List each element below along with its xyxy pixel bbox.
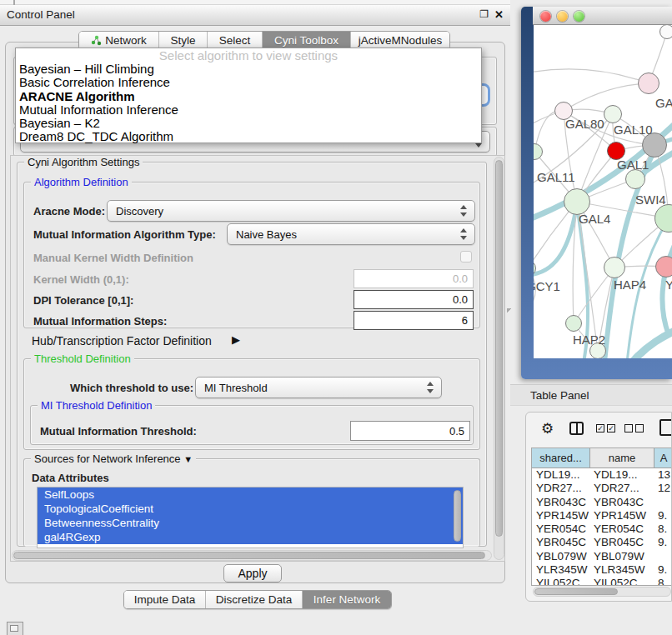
which-threshold-combo[interactable]: MI Threshold [195,377,442,398]
graph-node-swi4[interactable] [625,169,645,189]
tab-discretize-data[interactable]: Discretize Data [206,591,303,608]
cell-value: 13 [654,468,672,482]
dropdown-option[interactable]: Basic Correlation Inference [16,76,481,89]
combo-arrows-icon [427,382,434,393]
dropdown-prompt: Select algorithm to view settings [16,48,481,62]
sources-collapse-arrow-icon[interactable]: ▼ [183,454,193,464]
table-row[interactable]: YBR043C YBR043C [532,496,672,509]
attribute-item-selected[interactable]: BetweennessCentrality [38,516,463,530]
attribute-item-selected[interactable]: gal4RGexp [38,530,463,544]
table-row[interactable]: YBL079W YBL079W [532,550,672,563]
graph-node-gal10[interactable] [604,105,622,123]
close-traffic-light-icon[interactable] [540,11,551,22]
graph-node-hap2[interactable] [565,315,582,332]
mi-steps-field[interactable]: 6 [354,311,474,330]
mi-threshold-title: MI Threshold Definition [38,399,155,412]
table-row[interactable]: YER054C YER054C 8. [532,522,672,536]
hub-expand-arrow-icon[interactable]: ▶ [232,333,240,346]
tab-impute-data[interactable]: Impute Data [124,591,206,608]
node-label: HAP4 [614,278,646,292]
split-columns-icon[interactable] [569,422,584,435]
control-panel-titlebar: Control Panel ❐ ✕ [0,5,510,26]
graph-node-hap4[interactable] [604,257,625,278]
graph-node-salmon[interactable] [655,256,672,278]
new-table-document-icon[interactable] [659,419,672,436]
settings-vertical-scrollbar-thumb[interactable] [495,160,503,537]
control-panel-window: Control Panel ❐ ✕ Network Style Select [0,5,510,612]
attribute-item-selected[interactable]: TopologicalCoefficient [38,502,463,516]
node-label: GAL4 [579,212,610,226]
sources-title: Sources for Network Inference [34,452,181,465]
dropdown-option[interactable]: Dream8 DC_TDC Algorithm [16,130,481,143]
deselect-all-checkboxes-icon[interactable] [624,424,644,433]
algorithm-dropdown-popup: Select algorithm to view settings Bayesi… [15,48,482,143]
minimized-panel-icon[interactable] [7,622,23,635]
bottom-tabs: Impute Data Discretize Data Infer Networ… [123,590,392,609]
dropdown-option[interactable]: Bayesian – K2 [16,117,481,130]
table-row[interactable]: YDL19... YDL19... 13 [532,468,672,482]
zoom-traffic-light-icon[interactable] [574,11,584,22]
attributes-list-scrollbar[interactable] [454,490,461,542]
combo-arrows-icon [460,228,467,240]
aracne-mode-combo[interactable]: Discovery [107,200,475,222]
column-header-name[interactable]: name [590,448,654,468]
tab-infer-network[interactable]: Infer Network [303,591,391,608]
cell-value: 9. [654,509,672,522]
cell-name: YBR045C [590,536,654,549]
cell-name: YDR27... [590,482,654,495]
dropdown-option[interactable]: Bayesian – Hill Climbing [16,62,481,76]
tab-style[interactable]: Style [159,32,208,49]
column-header-next[interactable]: A [654,448,672,468]
cell-value [654,496,672,509]
hub-definition-label[interactable]: Hub/Transcription Factor Definition [32,334,212,348]
tab-style-label: Style [170,34,195,47]
cell-value: 9. [654,536,672,549]
graph-node[interactable] [638,72,659,94]
data-attributes-label: Data Attributes [32,472,109,484]
settings-horizontal-scrollbar-thumb[interactable] [13,552,485,559]
table-row[interactable]: YBR045C YBR045C 9. [532,536,672,549]
mi-type-combo[interactable]: Naive Bayes [227,223,475,245]
which-threshold-value: MI Threshold [204,382,268,394]
dpi-tolerance-field[interactable]: 0.0 [354,290,474,309]
column-header-shared[interactable]: shared... [532,448,590,468]
kernel-width-field[interactable]: 0.0 [354,269,474,288]
table-row[interactable]: YPR145W YPR145W 9. [532,509,672,522]
table-body: YDL19... YDL19... 13 YDR27... YDR27... 1… [532,468,672,586]
float-window-icon[interactable]: ❐ [479,8,489,20]
table-row[interactable]: YLR345W YLR345W 9. [532,563,672,577]
mi-threshold-field[interactable]: 0.5 [350,421,470,441]
mi-steps-label: Mutual Information Steps: [33,315,167,328]
tab-discretize-data-label: Discretize Data [216,593,293,606]
network-window-titlebar[interactable] [533,7,672,25]
table-panel-title: Table Panel [530,389,589,402]
tab-cyni-toolbox[interactable]: Cyni Toolbox [263,32,351,49]
apply-button[interactable]: Apply [223,564,282,582]
tab-jactivemnodules[interactable]: jActiveMNodules [351,32,449,49]
cell-name: YIL052C [590,577,654,586]
cell-shared: YBL079W [532,550,590,563]
dropdown-option-aracne[interactable]: ARACNE Algorithm [16,90,481,103]
cyni-algorithm-settings-title: Cyni Algorithm Settings [24,156,143,168]
dropdown-option[interactable]: Mutual Information Inference [16,103,481,117]
data-attributes-list[interactable]: SelfLoops TopologicalCoefficient Between… [37,487,464,548]
table-settings-gear-icon[interactable]: ⚙ [541,420,554,438]
table-horizontal-scrollbar-thumb[interactable] [534,588,618,595]
tab-select[interactable]: Select [208,32,263,49]
table-row[interactable]: YIL052C YIL052C 8. [532,577,672,586]
table-row[interactable]: YDR27... YDR27... 12 [532,482,672,495]
close-window-icon[interactable]: ✕ [494,8,504,21]
minimize-traffic-light-icon[interactable] [557,11,568,22]
combo-arrows-icon [460,205,467,217]
attribute-item-selected[interactable]: SelfLoops [38,488,463,502]
splitter-resize-handle[interactable] [507,308,512,314]
network-canvas[interactable]: GAL GAL80 GAL10 GAL1 GAL11 SWI4 GAL4 GCY… [534,25,672,358]
tab-network[interactable]: Network [79,32,159,49]
network-icon [91,35,102,46]
tab-select-label: Select [219,34,251,47]
tab-jactivemnodules-label: jActiveMNodules [359,34,443,47]
select-all-checkboxes-icon[interactable]: ✓ ✓ [596,424,616,433]
mi-type-value: Naive Bayes [236,228,297,241]
manual-kernel-checkbox[interactable] [460,251,472,262]
graph-node[interactable] [659,25,672,39]
